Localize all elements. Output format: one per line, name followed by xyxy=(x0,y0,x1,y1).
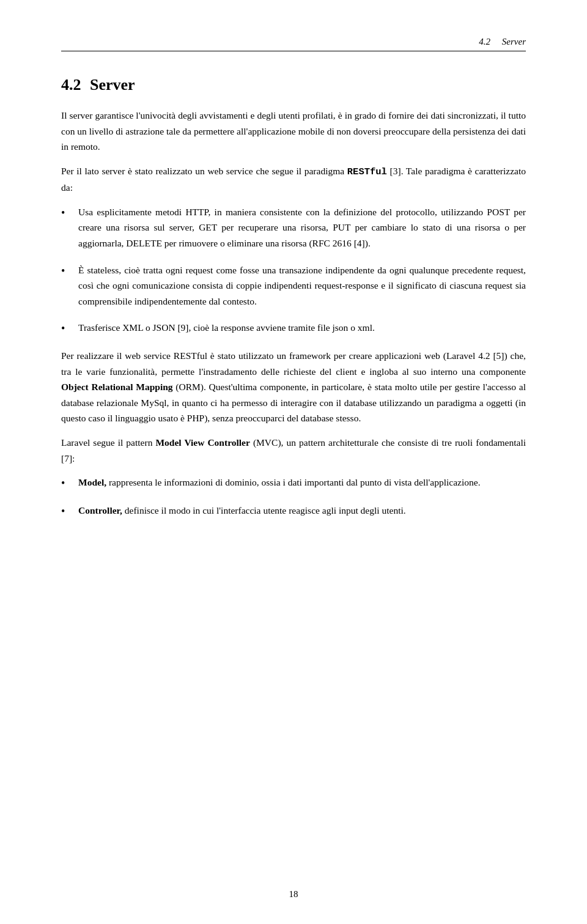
section-title-text: Server xyxy=(90,76,135,94)
header-section-title: 4.2 Server xyxy=(479,37,526,47)
page: 4.2 Server 4.2 Server Il server garantis… xyxy=(0,0,587,924)
model-label: Model, xyxy=(78,477,106,487)
restful-intro-paragraph: Per il lato server è stato realizzato un… xyxy=(61,163,526,196)
orm-bold-text: Object Relational Mapping xyxy=(61,382,173,392)
bullet-symbol-1: • xyxy=(61,205,75,221)
list-item: • Controller, definisce il modo in cui l… xyxy=(61,503,526,520)
mvc-bold-text: Model View Controller xyxy=(155,437,249,448)
framework-paragraph: Per realizzare il web service RESTful è … xyxy=(61,348,526,426)
restful-label: RESTful xyxy=(347,166,387,177)
bullet-list-restful: • Usa esplicitamente metodi HTTP, in man… xyxy=(61,204,526,337)
page-header: 4.2 Server xyxy=(61,37,526,51)
intro-paragraph: Il server garantisce l'univocità degli a… xyxy=(61,108,526,155)
page-footer: 18 xyxy=(0,889,587,900)
list-item: • Model, rappresenta le informazioni di … xyxy=(61,475,526,492)
bullet-symbol-3: • xyxy=(61,320,75,337)
controller-label: Controller, xyxy=(78,505,122,516)
header-title: Server xyxy=(502,37,526,46)
list-item: • È stateless, cioè tratta ogni request … xyxy=(61,262,526,309)
bullet-content-2: È stateless, cioè tratta ogni request co… xyxy=(78,262,526,309)
list-item: • Trasferisce XML o JSON [9], cioè la re… xyxy=(61,320,526,337)
section-heading: 4.2 Server xyxy=(61,76,526,94)
bullet-content-5: Controller, definisce il modo in cui l'i… xyxy=(78,503,526,519)
header-section-number: 4.2 xyxy=(479,37,490,46)
bullet-list-mvc: • Model, rappresenta le informazioni di … xyxy=(61,475,526,520)
bullet-symbol-5: • xyxy=(61,503,75,520)
section-number: 4.2 xyxy=(61,76,81,94)
list-item: • Usa esplicitamente metodi HTTP, in man… xyxy=(61,204,526,251)
restful-intro-text-before: Per il lato server è stato realizzato un… xyxy=(61,166,347,176)
page-number: 18 xyxy=(289,889,298,899)
bullet-symbol-4: • xyxy=(61,475,75,492)
bullet-symbol-2: • xyxy=(61,263,75,279)
bullet-content-3: Trasferisce XML o JSON [9], cioè la resp… xyxy=(78,320,526,336)
laravel-mvc-paragraph: Laravel segue il pattern Model View Cont… xyxy=(61,435,526,466)
bullet-content-1: Usa esplicitamente metodi HTTP, in manie… xyxy=(78,204,526,251)
bullet-content-4: Model, rappresenta le informazioni di do… xyxy=(78,475,526,490)
